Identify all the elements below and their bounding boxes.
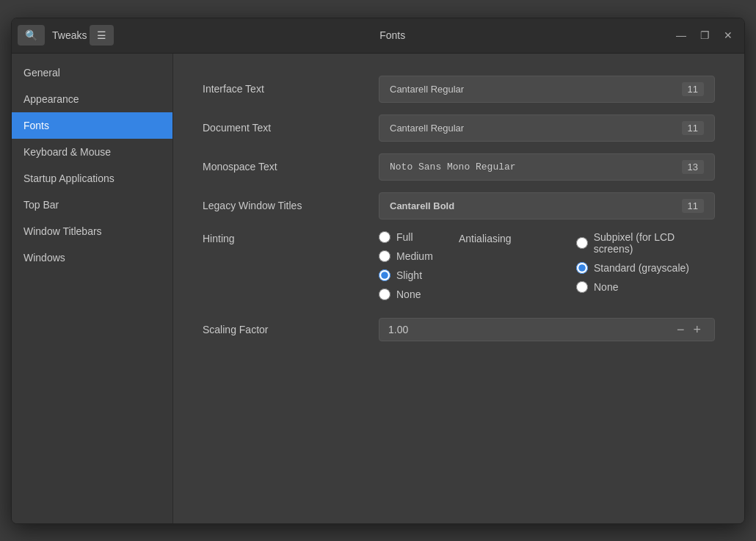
- content-area: General Appearance Fonts Keyboard & Mous…: [12, 54, 744, 523]
- hinting-full[interactable]: Full: [379, 231, 433, 243]
- close-icon: ✕: [724, 29, 733, 41]
- hinting-antialiasing-row: Hinting Full Medium Slight: [203, 231, 715, 300]
- main-content: Interface Text Cantarell Regular 11 Docu…: [173, 54, 744, 523]
- app-title: Tweaks: [52, 29, 87, 41]
- monospace-text-font-size: 13: [682, 160, 704, 174]
- antialiasing-subpixel-radio[interactable]: [576, 237, 588, 249]
- interface-text-button[interactable]: Cantarell Regular 11: [379, 76, 715, 103]
- titlebar-right: — ❐ ✕: [671, 25, 738, 46]
- hinting-medium[interactable]: Medium: [379, 250, 433, 262]
- interface-text-row: Interface Text Cantarell Regular 11: [203, 76, 715, 103]
- document-text-button[interactable]: Cantarell Regular 11: [379, 115, 715, 142]
- hinting-label: Hinting: [203, 231, 379, 244]
- antialiasing-section: Antialiasing Subpixel (for LCD screens) …: [459, 231, 715, 293]
- minus-icon: −: [677, 322, 685, 337]
- scaling-factor-value: 1.00: [388, 324, 672, 335]
- document-text-label: Document Text: [203, 122, 379, 134]
- monospace-text-label: Monospace Text: [203, 161, 379, 173]
- document-text-font-name: Cantarell Regular: [390, 123, 464, 134]
- titlebar: 🔍 Tweaks ☰ Fonts — ❐ ✕: [12, 18, 744, 54]
- document-text-font-size: 11: [682, 121, 704, 135]
- hinting-radio-group: Full Medium Slight None: [379, 231, 433, 300]
- minimize-button[interactable]: —: [671, 25, 691, 46]
- document-text-row: Document Text Cantarell Regular 11: [203, 115, 715, 142]
- interface-text-font-size: 11: [682, 82, 704, 96]
- sidebar-item-fonts[interactable]: Fonts: [12, 112, 172, 139]
- sidebar: General Appearance Fonts Keyboard & Mous…: [12, 54, 173, 523]
- scaling-factor-row: Scaling Factor 1.00 − +: [203, 318, 715, 341]
- page-title: Fonts: [114, 29, 671, 41]
- sidebar-item-startup-applications[interactable]: Startup Applications: [12, 165, 172, 192]
- legacy-window-titles-label: Legacy Window Titles: [203, 200, 379, 211]
- menu-icon: ☰: [97, 29, 106, 41]
- maximize-icon: ❐: [700, 29, 710, 41]
- hinting-none-radio[interactable]: [379, 288, 390, 300]
- sidebar-item-top-bar[interactable]: Top Bar: [12, 192, 172, 218]
- scaling-control: 1.00 − +: [379, 318, 715, 341]
- antialiasing-radio-group: Subpixel (for LCD screens) Standard (gra…: [576, 231, 715, 293]
- antialiasing-none-radio[interactable]: [576, 281, 588, 293]
- minimize-icon: —: [676, 29, 686, 41]
- sidebar-item-keyboard-mouse[interactable]: Keyboard & Mouse: [12, 139, 172, 165]
- antialiasing-label: Antialiasing: [459, 231, 576, 244]
- antialiasing-standard[interactable]: Standard (grayscale): [576, 262, 715, 274]
- sidebar-item-general[interactable]: General: [12, 59, 172, 86]
- legacy-window-titles-font-name: Cantarell Bold: [390, 200, 454, 211]
- menu-button[interactable]: ☰: [90, 25, 114, 46]
- monospace-text-font-name: Noto Sans Mono Regular: [390, 161, 516, 173]
- legacy-window-titles-button[interactable]: Cantarell Bold 11: [379, 192, 715, 219]
- sidebar-item-windows[interactable]: Windows: [12, 244, 172, 271]
- scaling-increment-button[interactable]: +: [688, 323, 705, 336]
- search-button[interactable]: 🔍: [18, 25, 45, 46]
- close-button[interactable]: ✕: [718, 25, 738, 46]
- hinting-slight-radio[interactable]: [379, 269, 390, 281]
- main-window: 🔍 Tweaks ☰ Fonts — ❐ ✕ General: [11, 18, 745, 524]
- legacy-window-titles-font-size: 11: [682, 199, 704, 213]
- sidebar-item-window-titlebars[interactable]: Window Titlebars: [12, 218, 172, 244]
- search-icon: 🔍: [25, 29, 37, 41]
- interface-text-font-name: Cantarell Regular: [390, 84, 464, 95]
- interface-text-label: Interface Text: [203, 83, 379, 95]
- maximize-button[interactable]: ❐: [694, 25, 715, 46]
- scaling-factor-label: Scaling Factor: [203, 324, 379, 335]
- antialiasing-none[interactable]: None: [576, 281, 715, 293]
- hinting-full-radio[interactable]: [379, 231, 390, 243]
- legacy-window-titles-row: Legacy Window Titles Cantarell Bold 11: [203, 192, 715, 219]
- scaling-decrement-button[interactable]: −: [672, 323, 689, 336]
- sidebar-item-appearance[interactable]: Appearance: [12, 86, 172, 112]
- hinting-medium-radio[interactable]: [379, 250, 390, 262]
- hinting-none[interactable]: None: [379, 288, 433, 300]
- titlebar-left: 🔍 Tweaks ☰: [18, 25, 114, 46]
- hinting-slight[interactable]: Slight: [379, 269, 433, 281]
- monospace-text-button[interactable]: Noto Sans Mono Regular 13: [379, 153, 715, 181]
- monospace-text-row: Monospace Text Noto Sans Mono Regular 13: [203, 153, 715, 181]
- antialiasing-subpixel[interactable]: Subpixel (for LCD screens): [576, 231, 715, 255]
- hinting-section: Hinting Full Medium Slight: [203, 231, 459, 300]
- antialiasing-standard-radio[interactable]: [576, 262, 588, 274]
- plus-icon: +: [693, 322, 701, 337]
